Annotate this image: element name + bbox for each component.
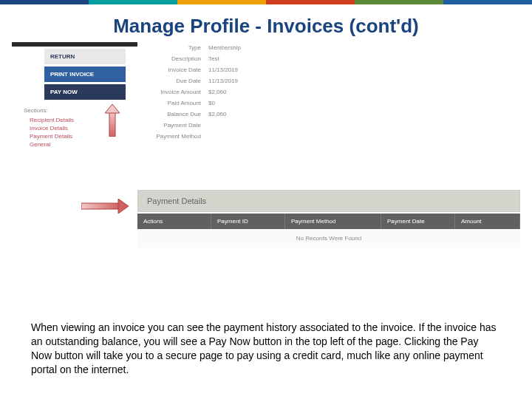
detail-label: Invoice Amount [137,89,208,95]
table-header: Actions [137,214,211,229]
detail-value: Test [208,55,219,62]
detail-row: Payment Date [137,120,520,131]
arrow-to-paynow-icon [105,104,120,137]
section-link[interactable]: General [30,141,137,148]
detail-row: Payment Method [137,131,520,142]
detail-label: Payment Method [137,133,208,140]
table-header-row: Actions Payment ID Payment Method Paymen… [137,214,520,229]
detail-row: Invoice Amount$2,060 [137,86,520,98]
detail-label: Invoice Date [137,66,208,73]
detail-label: Type [137,44,208,51]
payment-table: Actions Payment ID Payment Method Paymen… [137,214,520,248]
detail-label: Due Date [137,78,208,84]
top-color-bar [0,0,532,4]
table-header: Payment Method [285,214,381,229]
detail-row: Paid Amount$0 [137,98,520,109]
return-button[interactable]: RETURN [44,49,126,64]
section-link[interactable]: Invoice Details [30,125,137,132]
section-link[interactable]: Payment Details [30,133,137,140]
svg-rect-0 [109,112,115,137]
detail-value: $2,060 [208,89,226,95]
payment-details-header: Payment Details [137,190,520,212]
detail-label: Payment Date [137,122,208,129]
detail-value: $2,060 [208,111,226,117]
detail-value: $0 [208,100,215,106]
table-header: Payment Date [381,214,455,229]
section-link[interactable]: Recipient Details [30,117,137,123]
print-invoice-button[interactable]: PRINT INVOICE [44,66,126,82]
detail-row: Due Date11/13/2019 [137,75,520,86]
detail-row: Balance Due$2,060 [137,109,520,120]
pay-now-button[interactable]: PAY NOW [44,84,126,100]
detail-row: TypeMembership [137,42,520,53]
table-header: Payment ID [211,214,285,229]
detail-label: Description [137,55,208,62]
detail-row: Invoice Date11/13/2019 [137,64,520,75]
app-screenshot: RETURN PRINT INVOICE PAY NOW Sections: R… [12,42,520,264]
table-header: Amount [455,214,520,229]
arrow-to-payment-details-icon [81,199,129,214]
svg-marker-3 [118,199,129,214]
invoice-details: TypeMembership DescriptionTest Invoice D… [137,42,520,142]
slide-caption: When viewing an invoice you can see the … [31,321,501,377]
detail-value: Membership [208,44,241,51]
svg-marker-1 [105,104,120,113]
detail-value: 11/13/2019 [208,78,238,84]
detail-label: Balance Due [137,111,208,117]
table-empty-message: No Records Were Found [137,229,520,248]
page-title: Manage Profile - Invoices (cont'd) [0,4,532,42]
svg-rect-2 [81,203,120,209]
sections-label: Sections: [24,107,137,114]
detail-label: Paid Amount [137,100,208,106]
detail-value: 11/13/2019 [208,66,238,73]
detail-row: DescriptionTest [137,53,520,64]
dark-header-strip [12,42,137,47]
